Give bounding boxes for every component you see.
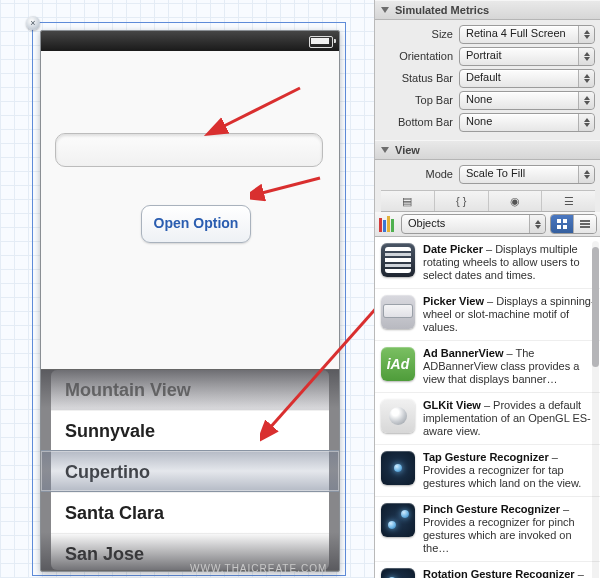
tab-cube-icon[interactable]: ◉ xyxy=(488,191,542,211)
svg-rect-3 xyxy=(557,219,561,223)
gesture-icon xyxy=(381,568,415,578)
picker-row[interactable]: Cupertino xyxy=(51,451,329,492)
datepick-icon xyxy=(381,243,415,277)
scroll-thumb[interactable] xyxy=(592,247,599,367)
label-mode: Mode xyxy=(381,168,459,180)
disclosure-icon xyxy=(381,147,389,153)
popup-size[interactable]: Retina 4 Full Screen xyxy=(459,25,595,44)
objects-list[interactable]: Date Picker – Displays multiple rotating… xyxy=(375,237,600,578)
section-header-view[interactable]: View xyxy=(375,140,600,160)
popup-topbar[interactable]: None xyxy=(459,91,595,110)
picker-row[interactable]: Mountain View xyxy=(51,370,329,410)
object-description: Date Picker – Displays multiple rotating… xyxy=(423,243,595,282)
object-description: Tap Gesture Recognizer – Provides a reco… xyxy=(423,451,595,490)
object-description: Pinch Gesture Recognizer – Provides a re… xyxy=(423,503,595,555)
phone-body: Open Option Mountain ViewSunnyvaleCupert… xyxy=(41,51,339,571)
svg-rect-8 xyxy=(580,223,590,225)
view-form: Mode Scale To Fill ▤ { } ◉ ☰ xyxy=(375,160,600,212)
library-icon[interactable] xyxy=(379,216,397,232)
canvas-grid: × Open Option Mountain ViewSunnyvaleCupe… xyxy=(0,0,374,578)
gesture-icon xyxy=(381,451,415,485)
scrollbar[interactable] xyxy=(592,241,599,578)
label-bottombar: Bottom Bar xyxy=(381,116,459,128)
close-icon[interactable]: × xyxy=(26,16,40,30)
popup-mode[interactable]: Scale To Fill xyxy=(459,165,595,184)
svg-rect-9 xyxy=(580,226,590,228)
svg-rect-5 xyxy=(557,225,561,229)
phone-statusbar xyxy=(41,31,339,51)
object-description: Rotation Gesture Recognizer – Provides a… xyxy=(423,568,595,578)
iad-icon: iAd xyxy=(381,347,415,381)
view-toggle[interactable] xyxy=(550,214,597,234)
objects-bar: Objects xyxy=(375,212,600,237)
inspector-panel: Simulated Metrics Size Retina 4 Full Scr… xyxy=(374,0,600,578)
stepper-arrows-icon xyxy=(578,26,594,43)
watermark: WWW.THAICREATE.COM xyxy=(190,563,327,574)
object-description: Ad BannerView – The ADBannerView class p… xyxy=(423,347,595,386)
popup-objects[interactable]: Objects xyxy=(401,214,546,234)
section-title: View xyxy=(395,141,420,159)
picker-icon xyxy=(381,295,415,329)
open-option-button[interactable]: Open Option xyxy=(141,205,251,243)
label-topbar: Top Bar xyxy=(381,94,459,106)
view-list-icon[interactable] xyxy=(573,215,596,233)
svg-rect-7 xyxy=(580,220,590,222)
object-item[interactable]: Date Picker – Displays multiple rotating… xyxy=(375,237,600,289)
popup-statusbar[interactable]: Default xyxy=(459,69,595,88)
text-field[interactable] xyxy=(55,133,323,167)
battery-icon xyxy=(309,36,333,48)
object-item[interactable]: Rotation Gesture Recognizer – Provides a… xyxy=(375,562,600,578)
svg-rect-6 xyxy=(563,225,567,229)
selection-frame[interactable]: × Open Option Mountain ViewSunnyvaleCupe… xyxy=(32,22,346,576)
picker-row[interactable]: Santa Clara xyxy=(51,492,329,533)
tab-list-icon[interactable]: ☰ xyxy=(541,191,595,211)
simulated-phone: Open Option Mountain ViewSunnyvaleCupert… xyxy=(40,30,340,572)
popup-orientation[interactable]: Portrait xyxy=(459,47,595,66)
section-header-simulated-metrics[interactable]: Simulated Metrics xyxy=(375,0,600,20)
section-title: Simulated Metrics xyxy=(395,1,489,19)
label-orientation: Orientation xyxy=(381,50,459,62)
tab-file-icon[interactable]: ▤ xyxy=(381,191,434,211)
picker-view[interactable]: Mountain ViewSunnyvaleCupertinoSanta Cla… xyxy=(41,369,339,571)
picker-row[interactable]: Sunnyvale xyxy=(51,410,329,451)
disclosure-icon xyxy=(381,7,389,13)
gesture-icon xyxy=(381,503,415,537)
object-item[interactable]: iAdAd BannerView – The ADBannerView clas… xyxy=(375,341,600,393)
popup-bottombar[interactable]: None xyxy=(459,113,595,132)
svg-rect-4 xyxy=(563,219,567,223)
object-description: Picker View – Displays a spinning-wheel … xyxy=(423,295,595,334)
object-description: GLKit View – Provides a default implemen… xyxy=(423,399,595,438)
view-grid-icon[interactable] xyxy=(551,215,573,233)
object-item[interactable]: Pinch Gesture Recognizer – Provides a re… xyxy=(375,497,600,562)
object-item[interactable]: GLKit View – Provides a default implemen… xyxy=(375,393,600,445)
mini-tabs: ▤ { } ◉ ☰ xyxy=(381,190,595,212)
object-item[interactable]: Picker View – Displays a spinning-wheel … xyxy=(375,289,600,341)
label-size: Size xyxy=(381,28,459,40)
tab-braces-icon[interactable]: { } xyxy=(434,191,488,211)
object-item[interactable]: Tap Gesture Recognizer – Provides a reco… xyxy=(375,445,600,497)
glkit-icon xyxy=(381,399,415,433)
simulated-metrics-form: Size Retina 4 Full Screen Orientation Po… xyxy=(375,20,600,140)
label-statusbar: Status Bar xyxy=(381,72,459,84)
